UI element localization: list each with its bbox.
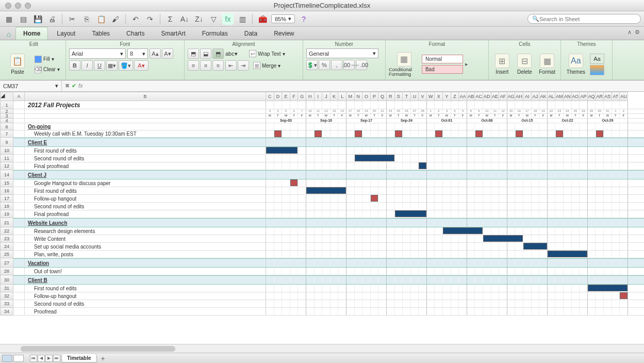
row-header[interactable]: 28 [0,268,13,275]
save-icon[interactable]: 💾 [32,13,43,25]
align-center-button[interactable]: ≡ [200,60,211,71]
decrease-decimal-button[interactable]: ←.00 [356,60,367,70]
cut-icon[interactable]: ✂ [67,13,78,25]
shrink-font-button[interactable]: A▾ [162,48,173,59]
tab-smartart[interactable]: SmartArt [153,27,193,40]
row-header[interactable]: 11 [0,155,13,162]
styles-more-icon[interactable]: ▸ [465,61,468,68]
redo-icon[interactable]: ↷ [144,13,156,25]
font-name-select[interactable]: Arial▾ [69,48,126,59]
row-header[interactable]: 4 [0,119,13,123]
row-header[interactable]: 19 [0,210,13,218]
scroll-thumb[interactable] [21,346,175,352]
open-icon[interactable]: ▤ [18,13,29,25]
row-header[interactable]: 16 [0,187,13,195]
workbook-icon[interactable]: ▦ [3,13,14,25]
tab-home[interactable]: Home [15,27,48,40]
row-header[interactable]: 1 [0,101,13,109]
number-format-select[interactable]: General▾ [306,48,378,58]
row-header[interactable]: 12 [0,162,13,170]
ribbon-home-icon[interactable]: ⌂ [3,28,14,40]
undo-icon[interactable]: ↶ [130,13,141,25]
row-header[interactable]: 17 [0,195,13,203]
fx-icon[interactable]: fx [78,82,83,89]
align-left-button[interactable]: ≡ [188,60,199,71]
settings-gear-icon[interactable]: ⚙ [635,29,640,36]
tab-layout[interactable]: Layout [49,27,83,40]
search-input[interactable] [539,16,636,22]
bold-button[interactable]: B [69,60,80,71]
themes-button[interactable]: AaThemes [564,54,588,75]
page-layout-view-icon[interactable] [13,355,24,362]
first-sheet-icon[interactable]: ⏮ [30,355,37,362]
theme-colors-button[interactable] [590,65,604,75]
sheet-tab-timetable[interactable]: Timetable [61,354,97,362]
last-sheet-icon[interactable]: ⏭ [53,355,60,362]
paste-button[interactable]: 📋Paste [5,54,30,75]
tab-tables[interactable]: Tables [84,27,118,40]
tab-charts[interactable]: Charts [119,27,152,40]
select-all-corner[interactable]: ◢ [0,92,13,101]
row-header[interactable]: 14 [0,170,13,179]
wrap-text-button[interactable]: ↩Wrap Text▾ [246,49,288,58]
grow-font-button[interactable]: A▴ [150,48,161,59]
align-right-button[interactable]: ≡ [212,60,224,71]
row-header[interactable]: 30 [0,275,13,285]
zoom-selector[interactable]: 85%▾ [271,14,295,23]
orientation-button[interactable]: abc▾ [225,51,245,57]
search-box[interactable]: 🔍 [527,14,641,24]
tab-data[interactable]: Data [237,27,265,40]
conditional-formatting-button[interactable]: ▦Conditional Formatting [389,52,420,77]
row-header[interactable]: 21 [0,218,13,227]
collapse-ribbon-icon[interactable]: ∧ [628,29,632,36]
format-cells-button[interactable]: ▦Format [537,54,557,75]
cancel-formula-icon[interactable]: ✖ [65,82,70,89]
row-header[interactable]: 18 [0,203,13,210]
theme-fonts-button[interactable]: Aa [590,54,604,64]
align-bottom-button[interactable]: ⬒ [212,48,224,59]
merge-button[interactable]: ⊞Merge▾ [251,61,283,70]
row-header[interactable]: 25 [0,251,13,258]
next-sheet-icon[interactable]: ▶ [45,355,53,362]
align-middle-button[interactable]: ⬓ [200,48,211,59]
row-header[interactable]: 9 [0,138,13,147]
align-top-button[interactable]: ⬒ [188,48,199,59]
comma-button[interactable]: , [331,60,342,70]
show-hide-icon[interactable]: ▥ [237,13,248,25]
print-icon[interactable]: 🖨 [46,13,58,25]
row-header[interactable]: 7 [0,130,13,138]
italic-button[interactable]: I [81,60,93,71]
row-header[interactable]: 34 [0,308,13,316]
indent-increase-button[interactable]: ⇥ [238,60,249,71]
format-painter-icon[interactable]: 🖌 [110,13,121,25]
increase-decimal-button[interactable]: .00→ [343,60,355,70]
clear-button[interactable]: ⌫Clear▾ [32,65,62,74]
add-sheet-button[interactable]: + [98,354,108,362]
row-header[interactable]: 6 [0,123,13,130]
row-header[interactable]: 32 [0,292,13,300]
toolbox-icon[interactable]: 🧰 [257,13,268,25]
row-header[interactable]: 24 [0,243,13,251]
delete-cells-button[interactable]: ⊟Delete [515,54,535,75]
fill-color-button[interactable]: 🪣▾ [119,60,133,71]
fill-button[interactable]: Fill▾ [32,55,62,64]
font-color-button[interactable]: A▾ [134,60,148,71]
sort-desc-icon[interactable]: Z↓ [193,13,205,25]
row-header[interactable]: 33 [0,300,13,308]
insert-cells-button[interactable]: ⊞Insert [492,54,513,75]
font-size-select[interactable]: 8▾ [127,48,148,59]
autosum-icon[interactable]: Σ [164,13,176,25]
help-icon[interactable]: ? [298,13,309,25]
currency-button[interactable]: 💲▾ [306,60,318,70]
indent-decrease-button[interactable]: ⇤ [225,60,237,71]
accept-formula-icon[interactable]: ✔ [72,82,76,89]
row-header[interactable]: 15 [0,179,13,187]
filter-icon[interactable]: ▽ [208,13,219,25]
style-bad[interactable]: Bad [422,65,463,74]
fx-toggle-icon[interactable]: fx [222,13,234,25]
style-normal[interactable]: Normal [422,55,463,63]
row-header[interactable]: 10 [0,147,13,155]
horizontal-scrollbar[interactable] [0,344,644,353]
copy-icon[interactable]: ⎘ [81,13,92,25]
borders-button[interactable]: ▦▾ [106,60,118,71]
